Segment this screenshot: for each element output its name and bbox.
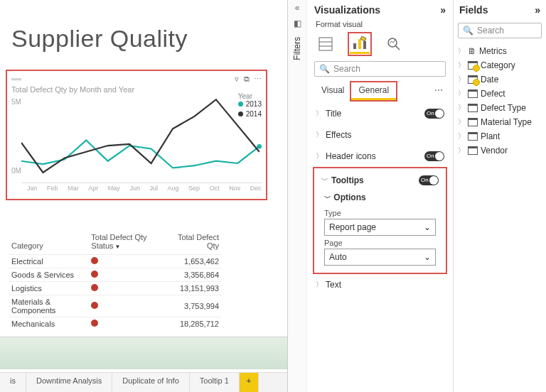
field-defect[interactable]: 〉Defect: [454, 87, 546, 101]
table-icon: [468, 104, 478, 112]
analytics-icon[interactable]: [384, 34, 404, 54]
section-header-icons[interactable]: 〉Header icons On: [307, 146, 453, 167]
svg-rect-1: [319, 38, 332, 50]
format-search[interactable]: 🔍 Search: [314, 61, 446, 77]
table-icon: [468, 132, 478, 141]
status-dot: [91, 257, 98, 264]
map-visual[interactable]: [0, 337, 287, 369]
field-metrics[interactable]: 〉🗎Metrics: [454, 44, 546, 58]
field-defect-type[interactable]: 〉Defect Type: [454, 101, 546, 115]
build-visual-icon[interactable]: [316, 34, 336, 54]
tab-downtime[interactable]: Downtime Analysis: [26, 373, 112, 392]
report-canvas: Supplier Quality ══ ▿ ⧉ ⋯ Total Defect Q…: [0, 0, 287, 392]
tab-visual[interactable]: Visual: [314, 82, 351, 100]
chevron-right-icon: 〉: [458, 103, 465, 113]
x-tick: Jul: [149, 185, 158, 192]
table-checked-icon: [468, 75, 478, 84]
tab-tooltip1[interactable]: Tooltip 1: [190, 373, 240, 392]
svg-line-8: [395, 45, 400, 50]
tooltips-toggle[interactable]: On: [419, 175, 439, 185]
format-visual-label: Format visual: [307, 20, 453, 28]
focus-icon[interactable]: ⧉: [244, 75, 250, 83]
filters-label: Filters: [292, 37, 302, 60]
status-dot: [91, 284, 98, 291]
field-category[interactable]: 〉Category: [454, 58, 546, 72]
fields-pane-title: Fields: [459, 4, 488, 16]
filters-pane-collapsed[interactable]: « ◧ Filters: [287, 0, 307, 392]
drag-handle-icon[interactable]: ══: [11, 75, 21, 83]
x-tick: Sep: [188, 185, 200, 192]
col-category[interactable]: Category: [9, 232, 88, 255]
chevron-right-icon: 〉: [458, 131, 465, 141]
x-tick: May: [108, 185, 120, 192]
field-date[interactable]: 〉Date: [454, 72, 546, 87]
x-tick: Nov: [229, 185, 240, 192]
field-plant[interactable]: 〉Plant: [454, 129, 546, 143]
type-label: Type: [318, 206, 441, 219]
chevron-down-icon: ⌄: [424, 252, 431, 262]
section-tooltips[interactable]: ﹀Tooltips On: [318, 171, 441, 190]
table-row: Electrical1,653,462: [9, 255, 222, 268]
filter-icon[interactable]: ▿: [235, 75, 239, 83]
search-icon: 🔍: [463, 26, 473, 36]
page-tabs: is Downtime Analysis Duplicate of Info T…: [0, 372, 287, 392]
col-qty[interactable]: Total Defect Qty: [165, 232, 222, 255]
page-label: Page: [318, 236, 441, 249]
x-tick: Apr: [88, 185, 98, 192]
chevron-right-icon: 〉: [316, 130, 323, 140]
x-tick: Oct: [210, 185, 220, 192]
table-icon: [468, 89, 478, 98]
viz-pane-title: Visualizations: [314, 4, 380, 16]
x-tick: Aug: [168, 185, 179, 192]
table-row: Mechanicals18,285,712: [9, 317, 222, 331]
col-status[interactable]: Total Defect Qty Status▼: [88, 232, 165, 255]
section-title[interactable]: 〉Title On: [307, 103, 453, 124]
status-dot: [91, 320, 98, 327]
status-dot: [91, 302, 98, 309]
y-tick: 5M: [11, 98, 21, 106]
add-page-button[interactable]: +: [240, 373, 259, 392]
more-icon[interactable]: ⋯: [254, 75, 262, 83]
chevron-right-icon: 〉: [458, 89, 465, 99]
type-select[interactable]: Report page⌄: [324, 219, 436, 236]
section-options[interactable]: ﹀ Options: [318, 190, 441, 206]
tab-partial[interactable]: is: [0, 373, 26, 392]
defect-chart-visual[interactable]: ══ ▿ ⧉ ⋯ Total Defect Qty by Month and Y…: [6, 70, 267, 200]
expand-filters-icon[interactable]: «: [288, 0, 306, 16]
collapse-fields-icon[interactable]: »: [535, 4, 540, 16]
table-checked-icon: [468, 61, 478, 70]
format-visual-icon[interactable]: [350, 34, 370, 54]
chevron-right-icon: 〉: [458, 75, 465, 85]
status-dot: [91, 271, 98, 278]
table-icon: [468, 146, 478, 155]
filter-pane-icon: ◧: [288, 16, 306, 31]
title-toggle[interactable]: On: [424, 109, 444, 119]
section-effects[interactable]: 〉Effects: [307, 124, 453, 146]
table-icon: [468, 118, 478, 126]
tab-more-icon[interactable]: ⋯: [432, 82, 446, 100]
chart-title: Total Defect Qty by Month and Year: [11, 85, 262, 94]
chevron-down-icon: ﹀: [321, 175, 328, 185]
tab-general[interactable]: General: [351, 82, 396, 100]
table-row: Goods & Services3,356,864: [9, 268, 222, 282]
chevron-right-icon: 〉: [458, 46, 465, 56]
fields-search[interactable]: 🔍 Search: [458, 23, 542, 38]
collapse-viz-icon[interactable]: »: [440, 4, 446, 16]
x-tick: Feb: [47, 185, 58, 192]
fields-pane: Fields » 🔍 Search 〉🗎Metrics 〉Category 〉D…: [454, 0, 546, 392]
search-placeholder: Search: [333, 64, 360, 74]
field-vendor[interactable]: 〉Vendor: [454, 143, 546, 158]
measure-icon: 🗎: [468, 46, 476, 56]
section-text[interactable]: 〉Text: [307, 274, 453, 295]
chevron-down-icon: ﹀: [324, 194, 331, 202]
chevron-right-icon: 〉: [316, 109, 323, 119]
search-icon: 🔍: [319, 64, 330, 74]
category-table[interactable]: Category Total Defect Qty Status▼ Total …: [9, 232, 222, 330]
page-select[interactable]: Auto⌄: [324, 249, 436, 266]
tooltips-section-highlight: ﹀Tooltips On ﹀ Options Type Report page⌄…: [313, 167, 447, 274]
header-toggle[interactable]: On: [424, 151, 444, 161]
svg-rect-4: [353, 43, 356, 49]
tab-duplicate[interactable]: Duplicate of Info: [112, 373, 190, 392]
field-material-type[interactable]: 〉Material Type: [454, 115, 546, 129]
svg-rect-6: [363, 41, 366, 49]
